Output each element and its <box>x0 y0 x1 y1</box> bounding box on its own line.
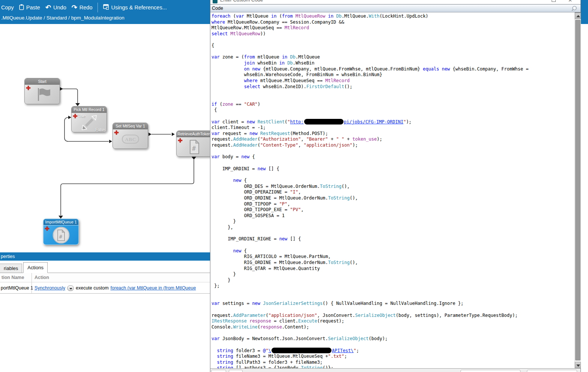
breadcrumb: .MtlQueue.Update / Standard / bpm_Modula… <box>1 15 124 21</box>
redo-icon: ↷ <box>72 4 77 10</box>
redo-button-label: Redo <box>80 4 93 10</box>
code-section-label: Code <box>212 6 223 11</box>
enter-custom-code-dialog: Enter Custom Code ✕ Code foreach (var Mt… <box>210 0 581 372</box>
add-condition-plus-icon[interactable] <box>73 114 78 118</box>
paste-icon <box>19 4 24 11</box>
undo-button[interactable]: ↶ Undo <box>45 4 66 10</box>
dialog-button-2[interactable] <box>229 370 243 372</box>
redo-button[interactable]: ↷ Redo <box>72 4 93 10</box>
paste-button-label: Paste <box>26 4 40 10</box>
node-retrieve-title: RetrieveAuthToken <box>177 131 212 137</box>
scroll-up-button[interactable] <box>575 13 581 19</box>
add-condition-plus-icon[interactable] <box>114 130 119 135</box>
svg-text:#: # <box>59 233 63 239</box>
code-editor[interactable]: foreach (var MtlQueue in (from MtlQueueR… <box>210 12 574 368</box>
copy-button-label: Copy <box>1 4 14 10</box>
node-set-title: Set MtlSeq Var 1 <box>113 123 148 129</box>
flag-icon <box>34 87 51 102</box>
node-import-mtl-queue-1[interactable]: ImportMtlQueue 1 # <box>43 219 79 245</box>
maximize-icon[interactable] <box>552 0 556 2</box>
action-static-text: execute custom <box>76 282 109 294</box>
usings-window-icon <box>103 4 109 11</box>
column-action-name: tion Name <box>2 273 24 282</box>
code-content: foreach (var MtlQueue in (from MtlQueueR… <box>212 14 574 368</box>
copy-button[interactable]: Copy <box>1 4 14 10</box>
undo-button-label: Undo <box>53 4 66 10</box>
column-action: Action <box>34 273 49 282</box>
svg-text:#: # <box>192 145 196 152</box>
usings-references-button[interactable]: Usings & References... <box>103 4 166 11</box>
node-start[interactable]: Start <box>24 78 60 104</box>
doc-hash-icon: # <box>189 140 200 154</box>
custom-code-link[interactable]: foreach (var MtlQueue in (from MtlQueue <box>111 282 196 294</box>
add-condition-plus-icon[interactable] <box>45 226 50 231</box>
abc-variable-icon: ABC <box>122 135 139 144</box>
action-row[interactable]: portMtlQueue 1 Synchronously execute cus… <box>0 282 210 294</box>
paste-button[interactable]: Paste <box>19 4 40 11</box>
close-icon[interactable]: ✕ <box>568 0 572 3</box>
toolbar-row: Copy Paste ↶ Undo ↷ Redo Usings & Refere… <box>0 2 167 13</box>
usings-references-label: Usings & References... <box>111 4 166 10</box>
dialog-button-4[interactable] <box>527 370 577 372</box>
doc-hash-badge: # <box>52 227 69 244</box>
node-start-title: Start <box>25 78 60 85</box>
toolbar-separator <box>98 3 98 12</box>
dialog-app-icon <box>213 0 218 3</box>
workflow-canvas[interactable]: Start Pick Mtl Record 1 True False <box>0 24 210 253</box>
add-condition-plus-icon[interactable] <box>26 86 31 90</box>
node-set-mtlseq-var-1[interactable]: Set MtlSeq Var 1 ABC <box>112 123 148 149</box>
synchronously-link[interactable]: Synchronously <box>34 282 65 294</box>
scrollbar-thumb[interactable] <box>575 20 580 360</box>
dialog-titlebar[interactable]: Enter Custom Code ✕ <box>210 0 580 4</box>
dialog-button-1[interactable] <box>211 370 226 372</box>
node-pick-title: Pick Mtl Record 1 <box>72 106 106 113</box>
tab-variables[interactable]: riables <box>0 264 22 273</box>
dialog-title: Enter Custom Code <box>220 0 263 3</box>
tab-actions[interactable]: Actions <box>23 262 48 273</box>
dialog-button-3[interactable] <box>460 370 520 372</box>
node-retrieve-auth-token[interactable]: RetrieveAuthToken # <box>176 130 212 157</box>
action-cell: Synchronously execute custom foreach (va… <box>34 282 196 294</box>
screen: Copy Paste ↶ Undo ↷ Redo Usings & Refere… <box>0 0 588 372</box>
synchronously-dropdown-button[interactable] <box>67 285 74 291</box>
scroll-down-button[interactable] <box>575 362 581 368</box>
properties-panel-header: perties <box>0 252 210 261</box>
properties-tab-strip: riables Actions <box>0 261 210 273</box>
undo-icon: ↶ <box>45 4 51 10</box>
code-scrollbar[interactable] <box>574 12 581 368</box>
doc-hash-icon: # <box>57 229 66 241</box>
node-import-title: ImportMtlQueue 1 <box>44 219 78 225</box>
add-condition-plus-icon[interactable] <box>178 138 183 143</box>
dialog-button-strip <box>210 368 580 372</box>
double-arrow-icon <box>81 115 98 130</box>
code-section-header: Code <box>210 4 580 12</box>
action-name-cell: portMtlQueue 1 <box>1 282 33 294</box>
node-pick-mtl-record-1[interactable]: Pick Mtl Record 1 True False <box>71 106 107 132</box>
